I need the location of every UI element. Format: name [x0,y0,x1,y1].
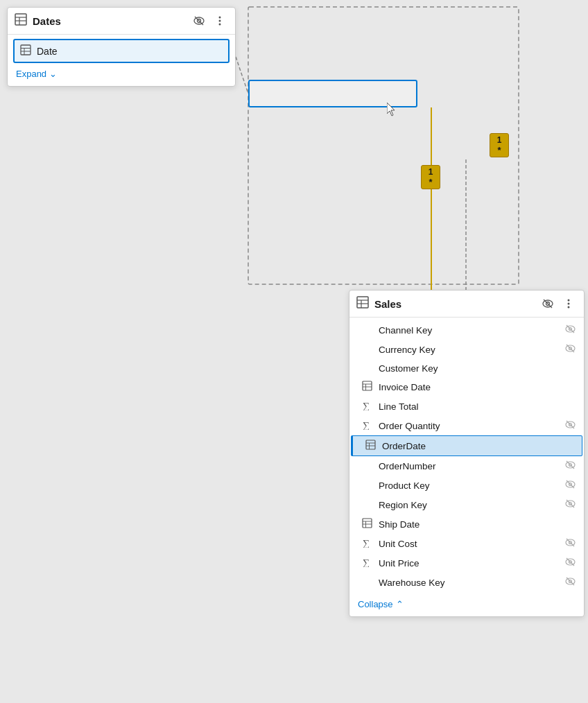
sales-more-button[interactable] [560,297,577,311]
sales-card-header: Sales [349,290,584,318]
sales-field-list: Channel Key Currency Key Customer Key [349,318,584,595]
sales-header-actions [539,297,577,311]
field-eye-icon [565,343,576,356]
dates-table-icon [15,13,27,28]
field-row-customer-key[interactable]: Customer Key [349,359,584,377]
svg-rect-4 [15,14,26,25]
field-type-icon [361,381,373,393]
field-type-icon: ∑ [361,537,373,550]
dates-header-actions [191,14,228,28]
field-row-region-key[interactable]: Region Key [349,495,584,514]
field-row-invoice-date[interactable]: Invoice Date [349,377,584,397]
field-row-order-quantity[interactable]: ∑ Order Quantity [349,416,584,435]
svg-rect-44 [366,440,375,449]
sales-eye-button[interactable] [539,297,556,311]
dates-eye-button[interactable] [191,14,207,28]
field-row-currency-key[interactable]: Currency Key [349,340,584,359]
svg-text:∑: ∑ [363,538,370,548]
field-label: Channel Key [379,325,560,336]
field-row-unit-price[interactable]: ∑ Unit Price [349,553,584,573]
svg-point-26 [568,300,570,302]
date-row[interactable]: Date [13,39,230,63]
collapse-label: Collapse [358,599,393,609]
svg-rect-14 [21,45,31,55]
field-eye-icon [565,460,576,472]
svg-rect-19 [357,297,368,308]
field-type-icon [361,518,373,530]
field-type-icon: ∑ [361,419,373,432]
svg-rect-35 [363,381,372,390]
field-type-icon: ∑ [361,557,373,569]
selected-table-box [248,80,417,107]
sales-card: Sales [349,290,585,617]
field-label: Warehouse Key [379,578,560,588]
svg-point-28 [568,306,570,309]
field-label: Currency Key [379,345,560,355]
rel-marker-one-star-2: 1 * [490,133,509,157]
dates-more-button[interactable] [211,14,228,28]
sales-title: Sales [374,298,534,310]
field-row-line-total[interactable]: ∑ Line Total [349,397,584,416]
field-type-icon [361,324,373,336]
svg-text:∑: ∑ [363,557,370,567]
canvas: Dates [0,0,588,703]
field-row-unit-cost[interactable]: ∑ Unit Cost [349,534,584,553]
field-label: Region Key [379,500,560,510]
field-row-orderdate[interactable]: OrderDate [351,435,582,456]
svg-line-3 [236,57,248,94]
svg-rect-57 [363,519,372,528]
field-type-icon [361,460,373,471]
field-eye-icon [565,324,576,336]
rel-sym-1: * [429,177,432,187]
field-eye-icon [565,498,576,511]
field-type-icon [361,577,373,588]
field-label: Ship Date [379,519,576,530]
field-eye-icon [565,537,576,550]
svg-rect-0 [248,7,519,284]
chevron-down-icon: ⌄ [49,69,57,79]
field-label: OrderDate [382,441,573,451]
expand-label: Expand [16,69,46,79]
field-eye-icon [565,419,576,432]
date-row-table-icon [20,44,31,58]
dates-title: Dates [33,15,185,27]
svg-text:∑: ∑ [363,420,370,430]
field-row-channel-key[interactable]: Channel Key [349,320,584,340]
field-label: Unit Cost [379,539,560,549]
svg-point-13 [219,24,221,26]
field-label: Unit Price [379,558,560,569]
svg-point-27 [568,303,570,305]
field-row-warehouse-key[interactable]: Warehouse Key [349,573,584,592]
expand-button[interactable]: Expand ⌄ [15,67,58,80]
field-row-ordernumber[interactable]: OrderNumber [349,456,584,476]
sales-table-icon [356,296,369,311]
svg-point-12 [219,20,221,22]
field-label: Product Key [379,480,560,491]
field-eye-icon [565,479,576,492]
collapse-button[interactable]: Collapse ⌃ [356,598,405,611]
field-eye-icon [565,557,576,569]
dates-card-header: Dates [8,8,235,35]
rel-num-1: 1 [429,167,433,177]
field-label: Line Total [379,401,576,412]
field-type-icon [361,480,373,491]
rel-sym-2: * [497,145,501,155]
field-label: Invoice Date [379,382,576,392]
field-label: Order Quantity [379,421,560,431]
field-eye-icon [565,576,576,589]
field-label: Customer Key [379,363,576,374]
date-row-label: Date [37,46,58,57]
field-type-icon [361,499,373,510]
chevron-up-icon: ⌃ [396,599,404,609]
dates-card: Dates [7,7,236,87]
svg-point-11 [219,17,221,19]
field-row-ship-date[interactable]: Ship Date [349,514,584,534]
field-type-icon [364,440,377,452]
rel-marker-one-star-1: 1 * [421,165,440,189]
field-type-icon [361,344,373,355]
field-row-product-key[interactable]: Product Key [349,476,584,495]
svg-text:∑: ∑ [363,401,370,410]
field-type-icon: ∑ [361,400,373,413]
field-label: OrderNumber [379,461,560,471]
rel-num-2: 1 [497,135,502,145]
